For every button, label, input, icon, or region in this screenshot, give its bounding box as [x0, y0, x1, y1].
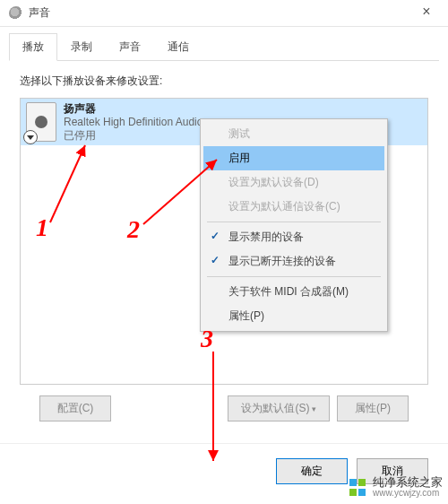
tab-recording[interactable]: 录制: [57, 33, 106, 61]
watermark-url: www.ycwjzy.com: [373, 488, 443, 499]
instruction-text: 选择以下播放设备来修改设置:: [20, 74, 428, 89]
ctx-set-default[interactable]: 设置为默认设备(D): [203, 170, 384, 195]
device-driver: Realtek High Definition Audio: [64, 116, 202, 129]
speaker-icon: [26, 102, 56, 142]
window-title: 声音: [29, 5, 409, 21]
watermark-logo-icon: [349, 479, 367, 497]
close-button[interactable]: ×: [409, 0, 444, 27]
watermark: 纯净系统之家 www.ycwjzy.com: [349, 477, 443, 499]
properties-button[interactable]: 属性(P): [337, 395, 409, 421]
configure-button[interactable]: 配置(C): [39, 395, 111, 421]
ctx-enable[interactable]: 启用: [203, 146, 384, 170]
ctx-properties[interactable]: 属性(P): [203, 304, 384, 328]
tab-communications[interactable]: 通信: [154, 33, 202, 61]
tab-content: 选择以下播放设备来修改设置: 扬声器 Realtek High Definiti…: [0, 61, 448, 430]
ctx-test[interactable]: 测试: [203, 122, 384, 146]
ctx-separator: [207, 276, 381, 277]
set-default-button[interactable]: 设为默认值(S): [228, 395, 330, 421]
ctx-separator: [207, 222, 381, 222]
context-menu: 测试 启用 设置为默认设备(D) 设置为默认通信设备(C) 显示禁用的设备 显示…: [200, 118, 388, 332]
ctx-show-disabled[interactable]: 显示禁用的设备: [203, 225, 384, 249]
device-status: 已停用: [64, 129, 202, 143]
tab-strip: 播放 录制 声音 通信: [9, 27, 439, 61]
app-icon: [9, 6, 23, 21]
tab-playback[interactable]: 播放: [9, 33, 57, 61]
down-arrow-icon: [23, 130, 38, 144]
ctx-show-disconnected[interactable]: 显示已断开连接的设备: [203, 249, 384, 274]
ctx-set-default-comm[interactable]: 设置为默认通信设备(C): [203, 195, 384, 219]
ok-button[interactable]: 确定: [276, 458, 348, 484]
ctx-about-midi[interactable]: 关于软件 MIDI 合成器(M): [203, 280, 384, 304]
device-text: 扬声器 Realtek High Definition Audio 已停用: [64, 102, 202, 143]
title-bar: 声音 ×: [0, 0, 448, 27]
bottom-button-row: 配置(C) 设为默认值(S) 属性(P): [39, 395, 409, 421]
tab-sounds[interactable]: 声音: [106, 33, 154, 61]
device-list[interactable]: 扬声器 Realtek High Definition Audio 已停用 测试…: [20, 98, 428, 385]
watermark-name: 纯净系统之家: [373, 477, 443, 488]
device-name: 扬声器: [64, 102, 202, 116]
